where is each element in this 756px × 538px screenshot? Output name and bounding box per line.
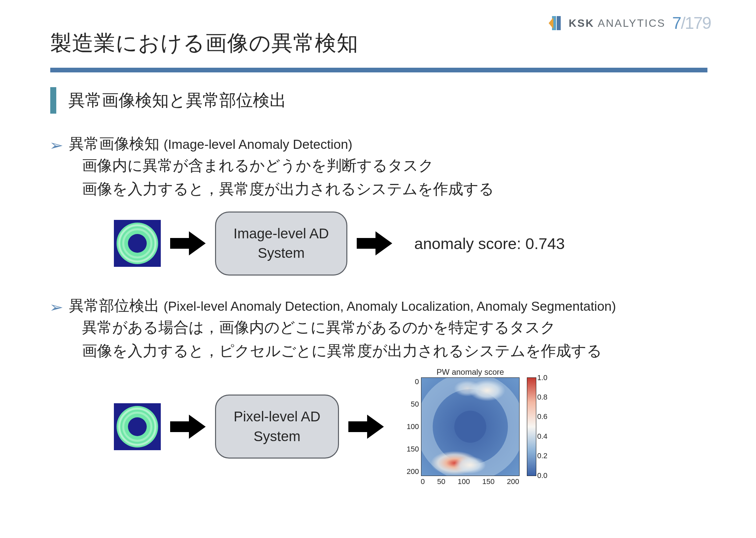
svg-marker-16 (348, 415, 384, 439)
section-image-level: ➢ 異常画像検知 (Image-level Anomaly Detection)… (50, 134, 707, 276)
header: KSK ANALYTICS 7/179 (549, 13, 711, 33)
heatmap-xticks: 0 50 100 150 200 (421, 477, 519, 486)
arrow-icon (348, 415, 384, 439)
svg-point-14 (128, 417, 147, 436)
system-box-image-level: Image-level AD System (215, 212, 347, 276)
colorbar: 1.0 0.8 0.6 0.4 0.2 0.0 (527, 377, 536, 476)
logo-text: KSK ANALYTICS (569, 17, 666, 29)
logo: KSK ANALYTICS (549, 15, 666, 31)
section2-body: 異常がある場合は，画像内のどこに異常があるのかを特定するタスク 画像を入力すると… (82, 316, 707, 363)
input-image-2 (114, 403, 161, 450)
subtitle-block: 異常画像検知と異常部位検出 (50, 87, 707, 114)
heatmap-output: PW anomaly score 0 50 100 150 200 (407, 367, 536, 486)
section1-line1: 画像内に異常が含まれるかどうかを判断するタスク (82, 154, 707, 177)
section1-line2: 画像を入力すると，異常度が出力されるシステムを作成する (82, 177, 707, 201)
section-pixel-level: ➢ 異常部位検出 (Pixel-level Anomaly Detection,… (50, 296, 707, 486)
section1-heading: 異常画像検知 (Image-level Anomaly Detection) (69, 134, 352, 154)
slide-title: 製造業における画像の異常検知 (50, 28, 707, 58)
system-box-pixel-level: Pixel-level AD System (215, 395, 339, 459)
bullet-icon: ➢ (49, 300, 63, 314)
logo-icon (549, 15, 564, 31)
anomaly-score-text: anomaly score: 0.743 (414, 234, 565, 253)
diagram-pixel-level: Pixel-level AD System PW anomaly score 0… (114, 367, 707, 486)
svg-marker-9 (357, 231, 392, 255)
arrow-icon (357, 231, 392, 255)
section1-body: 画像内に異常が含まれるかどうかを判断するタスク 画像を入力すると，異常度が出力さ… (82, 154, 707, 201)
diagram-image-level: Image-level AD System anomaly score: 0.7… (114, 212, 707, 276)
svg-rect-1 (557, 16, 561, 30)
svg-marker-8 (170, 231, 206, 255)
svg-point-21 (454, 456, 486, 474)
heatmap-title: PW anomaly score (407, 367, 534, 377)
section2-heading: 異常部位検出 (Pixel-level Anomaly Detection, A… (69, 296, 616, 316)
arrow-icon (170, 231, 206, 255)
svg-marker-15 (170, 415, 206, 439)
section2-line2: 画像を入力すると，ピクセルごとに異常度が出力されるシステムを作成する (82, 339, 707, 363)
heatmap-yticks: 0 50 100 150 200 (407, 377, 421, 476)
svg-point-23 (454, 380, 480, 397)
heatmap-image (421, 377, 520, 476)
svg-point-19 (454, 411, 486, 442)
input-image-1 (114, 220, 161, 267)
svg-point-7 (128, 234, 147, 253)
arrow-icon (170, 415, 206, 439)
bullet-icon: ➢ (49, 138, 63, 153)
subtitle-text: 異常画像検知と異常部位検出 (68, 87, 286, 114)
subtitle-accent (50, 87, 56, 114)
title-divider (50, 68, 707, 72)
section2-line1: 異常がある場合は，画像内のどこに異常があるのかを特定するタスク (82, 316, 707, 339)
page-counter: 7/179 (672, 13, 711, 33)
svg-marker-2 (549, 17, 553, 29)
